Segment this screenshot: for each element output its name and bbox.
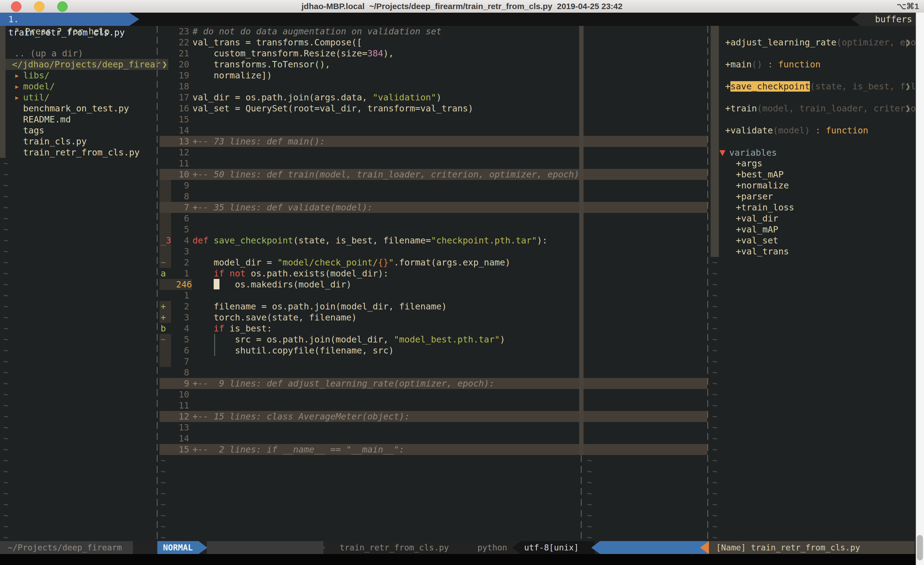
line-number: 23 (159, 26, 189, 37)
code-line[interactable]: ~5 src = os.path.join(model_dir, "model_… (0, 334, 924, 345)
code-line[interactable]: +3 torch.save(state, filename) (0, 312, 924, 323)
code-line[interactable]: a1 if not os.path.exists(model_dir): (0, 268, 924, 279)
variable-name: +parser (736, 191, 773, 201)
empty-line-tilde: ~ (712, 477, 720, 488)
window-title: jdhao-MBP.local ~/Projects/deep_firearm/… (0, 0, 924, 13)
tagbar-var-parser[interactable]: +parser (736, 191, 924, 202)
tagbar-var-args[interactable]: +args (736, 158, 924, 169)
empty-line-tilde: ~ (3, 378, 12, 389)
tagbar-var-best_mAP[interactable]: +best_mAP (736, 169, 924, 180)
code-line[interactable]: 10 (0, 389, 924, 400)
code-line[interactable]: 6 shutil.copyfile(filename, src) (0, 345, 924, 356)
empty-line-tilde: ~ (160, 510, 169, 521)
empty-line-tilde: ~ (712, 400, 720, 411)
tagbar-var-val_set[interactable]: +val_set (736, 235, 924, 246)
code-line[interactable]: 19 normalize]) (0, 70, 924, 81)
tag-plus-icon: + (725, 59, 730, 70)
empty-line-tilde: ~ (160, 499, 169, 510)
empty-line-tilde: ~ (712, 367, 720, 378)
empty-line-tilde: ~ (712, 334, 720, 345)
code-text: custom_transform.Resize(size=384), (192, 48, 394, 59)
tag-name: main (730, 59, 752, 70)
code-text: shutil.copyfile(filename, src) (192, 345, 394, 356)
tag-args: (state, is_best, fil (810, 81, 916, 92)
code-line[interactable]: 8 (0, 367, 924, 378)
variable-name: +val_trans (736, 246, 789, 257)
truncation-icon: ❯ (905, 81, 910, 92)
tagbar-tag-adjust_learning_rate[interactable]: +adjust_learning_rate(optimizer, epo❯ (725, 37, 918, 48)
code-line[interactable]: 11 (0, 400, 924, 411)
line-number: 1 (159, 268, 189, 279)
line-number: 4 (159, 323, 189, 334)
tagbar-var-val_trans[interactable]: +val_trans (736, 246, 924, 257)
code-line[interactable]: 21 custom_transform.Resize(size=384), (0, 48, 924, 59)
code-line[interactable]: 23# do not do data augmentation on valid… (0, 26, 924, 37)
line-number: 16 (159, 103, 189, 114)
folded-section[interactable]: 12+-- 15 lines: class AverageMeter(objec… (159, 411, 707, 422)
tab-train-retr-from-cls[interactable]: 1. train_retr_from_cls.py (0, 13, 129, 26)
code-text: # do not do data augmentation on validat… (192, 26, 441, 37)
line-number: 6 (159, 345, 189, 356)
empty-line-tilde: ~ (3, 169, 12, 180)
empty-line-tilde: ~ (3, 510, 12, 521)
line-number: 2 (159, 257, 189, 268)
tabline: 1. train_retr_from_cls.py buffers (0, 13, 924, 26)
scrollbar-thumb[interactable] (917, 535, 923, 560)
tag-args: (optimizer, epo (837, 37, 916, 48)
code-line[interactable]: b4 if is_best: (0, 323, 924, 334)
code-line[interactable]: 17val_dir = os.path.join(args.data, "val… (0, 92, 924, 103)
tagbar-var-normalize[interactable]: +normalize (736, 180, 924, 191)
line-number: 5 (159, 224, 189, 235)
line-number: 17 (159, 92, 189, 103)
empty-line-tilde: ~ (160, 477, 169, 488)
statusbar-position-segment: 86% ≡246/284LN : 5 (600, 541, 716, 554)
code-text: src = os.path.join(model_dir, "model_bes… (192, 334, 505, 345)
code-line[interactable]: 1 (0, 290, 924, 301)
tagbar-var-train_loss[interactable]: +train_loss (736, 202, 924, 213)
statusbar-encoding: utf-8[unix] (521, 541, 594, 554)
code-line[interactable]: ~2 model_dir = "model/check_point/{}".fo… (0, 257, 924, 268)
code-line[interactable]: +2 filename = os.path.join(model_dir, fi… (0, 301, 924, 312)
nerdtree-file-train-cls-py[interactable]: train_cls.py (0, 136, 179, 147)
tagbar-var-val_dir[interactable]: +val_dir (736, 213, 924, 224)
cursor-block[interactable] (214, 279, 219, 289)
buffers-label: buffers (861, 13, 924, 26)
empty-line-tilde: ~ (3, 411, 12, 422)
line-number: 21 (159, 48, 189, 59)
tagbar-tag-validate[interactable]: +validate(model) : function (725, 125, 918, 136)
folded-section[interactable]: 10+-- 50 lines: def train(model, train_l… (159, 169, 707, 180)
line-number: 5 (159, 334, 189, 345)
empty-line-tilde: ~ (587, 510, 595, 521)
tagbar-tag-save_checkpoint[interactable]: +save_checkpoint(state, is_best, fil❯ (725, 81, 918, 92)
mode-indicator: NORMAL (157, 541, 198, 554)
line-number: 8 (159, 191, 189, 202)
tagbar-tag-main[interactable]: +main() : function (725, 59, 918, 70)
split-separator-3 (707, 26, 708, 541)
folded-section[interactable]: 9+-- 9 lines: def adjust_learning_rate(o… (159, 378, 707, 389)
empty-line-tilde: ~ (712, 323, 720, 334)
folded-section[interactable]: 15+-- 2 lines: if __name__ == "__main__"… (159, 444, 707, 455)
variable-name: +val_set (736, 235, 778, 246)
tagbar-var-val_mAP[interactable]: +val_mAP (736, 224, 924, 235)
folded-section[interactable]: 13+-- 73 lines: def main(): (159, 136, 707, 147)
code-line[interactable]: 14 (0, 433, 924, 444)
code-line[interactable]: 13 (0, 422, 924, 433)
tag-args: () (752, 59, 762, 70)
empty-line-tilde: ~ (712, 433, 720, 444)
line-number: 3 (159, 312, 189, 323)
tag-plus-icon: + (725, 125, 730, 135)
empty-line-tilde: ~ (712, 411, 720, 422)
line-number: 7 (159, 202, 189, 213)
empty-line-tilde: ~ (712, 422, 720, 433)
tagbar-section-variables[interactable]: ▼variables (719, 147, 912, 158)
scrollbar[interactable] (916, 13, 924, 565)
split-separator-2 (579, 26, 584, 455)
folded-section[interactable]: 7+-- 35 lines: def validate(model): (159, 202, 707, 213)
empty-line-tilde: ~ (3, 521, 12, 532)
code-line[interactable]: 246 os.makedirs(model_dir) (0, 279, 924, 290)
empty-line-tilde: ~ (3, 466, 12, 477)
code-line[interactable]: 15 (0, 114, 924, 125)
code-line[interactable]: 7 (0, 356, 924, 367)
tagbar-tag-train[interactable]: +train(model, train_loader, criterio❯ (725, 103, 918, 114)
empty-line-tilde: ~ (712, 455, 720, 466)
